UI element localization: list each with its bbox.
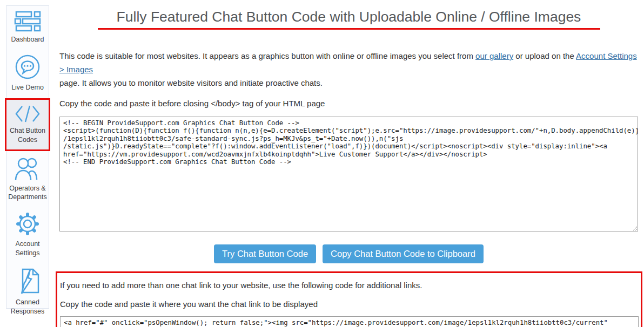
- page-title: Fully Featured Chat Button Code with Upl…: [59, 9, 638, 25]
- main-content: Fully Featured Chat Button Code with Upl…: [59, 0, 638, 327]
- sidebar-item-canned-responses[interactable]: Canned Responses: [6, 263, 49, 321]
- live-demo-icon: [15, 54, 41, 80]
- try-chat-button-code-button[interactable]: Try Chat Button Code: [214, 244, 316, 263]
- sidebar-item-label: Live Demo: [11, 83, 44, 92]
- additional-links-section: If you need to add more than one chat li…: [56, 271, 642, 327]
- intro-paragraph: This code is suitable for most websites.…: [59, 49, 638, 90]
- sidebar-item-label: Dashboard: [11, 35, 44, 44]
- chat-button-code-textarea[interactable]: <!-- BEGIN ProvideSupport.com Graphics C…: [59, 117, 638, 231]
- intro-text: page. It allows you to monitor website v…: [59, 78, 323, 87]
- code-icon: [15, 105, 41, 123]
- dashboard-icon: [14, 11, 41, 32]
- sidebar-item-label: Canned Responses: [8, 298, 48, 316]
- title-red-underline: [98, 28, 600, 30]
- intro-text: This code is suitable for most websites.…: [59, 51, 475, 60]
- sidebar: Dashboard Live Demo Chat Button Codes: [6, 5, 49, 309]
- our-gallery-link[interactable]: our gallery: [475, 51, 513, 60]
- sidebar-item-label: Chat Button Codes: [6, 126, 49, 145]
- button-row: Try Chat Button Code Copy Chat Button Co…: [59, 244, 638, 263]
- sidebar-item-label: Account Settings: [8, 240, 48, 258]
- gear-icon: [15, 212, 40, 236]
- additional-copy-instruction: Copy the code and paste it where you wan…: [60, 297, 636, 311]
- canned-responses-icon: [15, 268, 41, 295]
- copy-chat-button-code-to-clipboard-button[interactable]: Copy Chat Button Code to Clipboard: [323, 244, 484, 263]
- sidebar-item-label: Operators & Departments: [8, 184, 48, 202]
- additional-links-text: If you need to add more than one chat li…: [60, 278, 636, 292]
- sidebar-item-live-demo[interactable]: Live Demo: [6, 49, 49, 97]
- chat-link-code-textarea[interactable]: <a href="#" onclick="psOpenWindow(); ret…: [60, 316, 639, 327]
- operators-icon: [14, 157, 42, 181]
- intro-text: or upload on the: [513, 51, 576, 60]
- sidebar-item-account-settings[interactable]: Account Settings: [6, 207, 49, 263]
- sidebar-item-dashboard[interactable]: Dashboard: [6, 6, 49, 49]
- copy-instruction: Copy the code and paste it before closin…: [59, 97, 638, 110]
- sidebar-item-chat-button-codes[interactable]: Chat Button Codes: [5, 98, 50, 151]
- sidebar-item-operators-departments[interactable]: Operators & Departments: [6, 152, 49, 207]
